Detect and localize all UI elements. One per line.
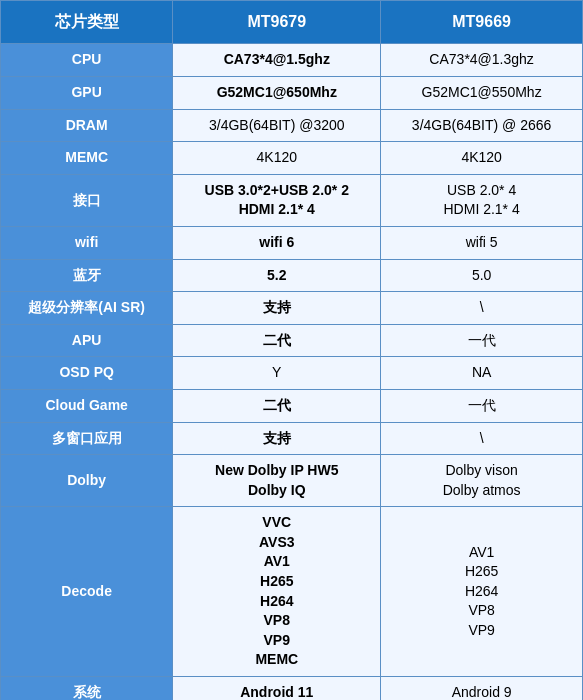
row-label: 系统 xyxy=(1,677,173,700)
row-label: 蓝牙 xyxy=(1,259,173,292)
row-mt9669-value: 一代 xyxy=(381,324,583,357)
row-mt9669-value: Android 9 xyxy=(381,677,583,700)
row-label: DRAM xyxy=(1,109,173,142)
table-row: 接口USB 3.0*2+USB 2.0* 2HDMI 2.1* 4USB 2.0… xyxy=(1,174,583,226)
row-mt9669-value: AV1H265H264VP8VP9 xyxy=(381,507,583,677)
table-row: 蓝牙5.25.0 xyxy=(1,259,583,292)
row-mt9669-value: 一代 xyxy=(381,389,583,422)
row-mt9679-value: 二代 xyxy=(173,324,381,357)
row-mt9669-value: NA xyxy=(381,357,583,390)
table-row: MEMC4K1204K120 xyxy=(1,142,583,175)
row-label: Decode xyxy=(1,507,173,677)
row-mt9679-value: 4K120 xyxy=(173,142,381,175)
table-row: CPUCA73*4@1.5ghzCA73*4@1.3ghz xyxy=(1,44,583,77)
table-row: 超级分辨率(AI SR)支持\ xyxy=(1,292,583,325)
row-mt9669-value: CA73*4@1.3ghz xyxy=(381,44,583,77)
row-mt9669-value: \ xyxy=(381,422,583,455)
row-label: 超级分辨率(AI SR) xyxy=(1,292,173,325)
row-mt9679-value: Y xyxy=(173,357,381,390)
table-row: OSD PQYNA xyxy=(1,357,583,390)
row-mt9679-value: New Dolby IP HW5Dolby IQ xyxy=(173,455,381,507)
row-label: GPU xyxy=(1,76,173,109)
row-mt9679-value: 支持 xyxy=(173,292,381,325)
comparison-table: 芯片类型 MT9679 MT9669 CPUCA73*4@1.5ghzCA73*… xyxy=(0,0,583,700)
row-label: wifi xyxy=(1,226,173,259)
row-mt9669-value: USB 2.0* 4HDMI 2.1* 4 xyxy=(381,174,583,226)
table-row: GPUG52MC1@650MhzG52MC1@550Mhz xyxy=(1,76,583,109)
row-mt9679-value: CA73*4@1.5ghz xyxy=(173,44,381,77)
row-label: APU xyxy=(1,324,173,357)
row-label: OSD PQ xyxy=(1,357,173,390)
row-label: Dolby xyxy=(1,455,173,507)
row-mt9679-value: G52MC1@650Mhz xyxy=(173,76,381,109)
row-mt9669-value: 3/4GB(64BIT) @ 2666 xyxy=(381,109,583,142)
row-label: MEMC xyxy=(1,142,173,175)
row-mt9679-value: 3/4GB(64BIT) @3200 xyxy=(173,109,381,142)
table-row: APU二代一代 xyxy=(1,324,583,357)
row-mt9679-value: VVCAVS3AV1H265H264VP8VP9MEMC xyxy=(173,507,381,677)
row-mt9669-value: Dolby visonDolby atmos xyxy=(381,455,583,507)
row-mt9679-value: Android 11 xyxy=(173,677,381,700)
row-mt9669-value: \ xyxy=(381,292,583,325)
row-label: Cloud Game xyxy=(1,389,173,422)
table-row: wifiwifi 6wifi 5 xyxy=(1,226,583,259)
table-row: 系统Android 11Android 9 xyxy=(1,677,583,700)
header-mt9669: MT9669 xyxy=(381,1,583,44)
row-mt9679-value: 二代 xyxy=(173,389,381,422)
table-row: DolbyNew Dolby IP HW5Dolby IQDolby vison… xyxy=(1,455,583,507)
row-mt9669-value: 5.0 xyxy=(381,259,583,292)
table-row: DRAM3/4GB(64BIT) @32003/4GB(64BIT) @ 266… xyxy=(1,109,583,142)
header-chip-type: 芯片类型 xyxy=(1,1,173,44)
row-mt9679-value: USB 3.0*2+USB 2.0* 2HDMI 2.1* 4 xyxy=(173,174,381,226)
row-label: CPU xyxy=(1,44,173,77)
row-mt9669-value: 4K120 xyxy=(381,142,583,175)
header-mt9679: MT9679 xyxy=(173,1,381,44)
row-mt9679-value: 5.2 xyxy=(173,259,381,292)
row-label: 多窗口应用 xyxy=(1,422,173,455)
row-mt9669-value: G52MC1@550Mhz xyxy=(381,76,583,109)
row-mt9679-value: 支持 xyxy=(173,422,381,455)
table-row: Cloud Game二代一代 xyxy=(1,389,583,422)
table-row: DecodeVVCAVS3AV1H265H264VP8VP9MEMCAV1H26… xyxy=(1,507,583,677)
row-mt9669-value: wifi 5 xyxy=(381,226,583,259)
row-mt9679-value: wifi 6 xyxy=(173,226,381,259)
row-label: 接口 xyxy=(1,174,173,226)
table-row: 多窗口应用支持\ xyxy=(1,422,583,455)
